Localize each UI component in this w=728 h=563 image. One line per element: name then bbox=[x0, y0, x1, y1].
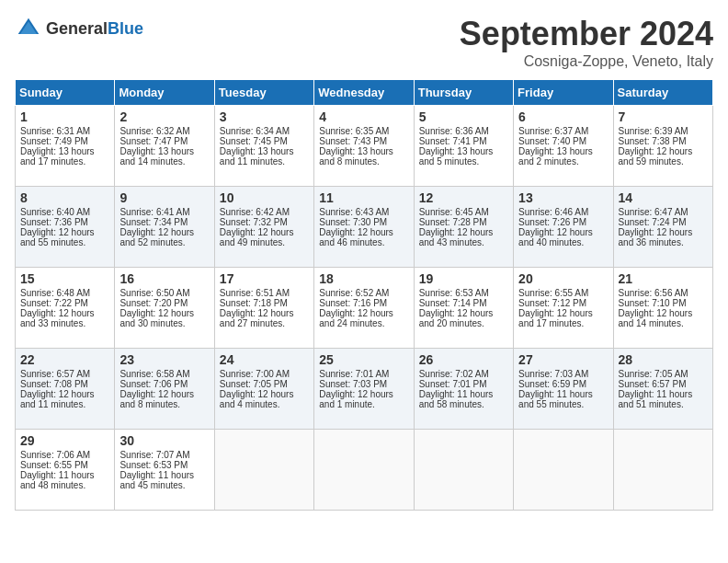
calendar-cell bbox=[314, 430, 414, 511]
sunrise-text: Sunrise: 6:32 AM bbox=[119, 126, 209, 136]
week-row-1: 1Sunrise: 6:31 AMSunset: 7:49 PMDaylight… bbox=[16, 106, 713, 187]
daylight-text: Daylight: 12 hours and 55 minutes. bbox=[20, 227, 109, 247]
sunset-text: Sunset: 6:59 PM bbox=[518, 379, 608, 389]
daylight-text: Daylight: 13 hours and 11 minutes. bbox=[220, 146, 309, 167]
sunrise-text: Sunrise: 6:43 AM bbox=[319, 207, 408, 217]
day-number: 19 bbox=[419, 271, 508, 286]
day-number: 25 bbox=[319, 352, 408, 367]
day-number: 8 bbox=[20, 190, 109, 205]
sunset-text: Sunset: 7:05 PM bbox=[220, 379, 309, 389]
day-number: 17 bbox=[220, 271, 309, 286]
sunset-text: Sunset: 6:53 PM bbox=[119, 460, 209, 470]
logo-blue-text: Blue bbox=[108, 19, 143, 38]
daylight-text: Daylight: 12 hours and 49 minutes. bbox=[220, 227, 309, 247]
sunset-text: Sunset: 7:26 PM bbox=[518, 217, 608, 227]
day-number: 4 bbox=[319, 109, 408, 124]
logo: GeneralBlue bbox=[15, 15, 143, 42]
day-number: 11 bbox=[319, 190, 408, 205]
daylight-text: Daylight: 12 hours and 30 minutes. bbox=[119, 308, 209, 328]
sunset-text: Sunset: 7:34 PM bbox=[119, 217, 209, 227]
calendar-cell: 12Sunrise: 6:45 AMSunset: 7:28 PMDayligh… bbox=[414, 187, 513, 268]
calendar-cell: 15Sunrise: 6:48 AMSunset: 7:22 PMDayligh… bbox=[16, 268, 115, 349]
sunset-text: Sunset: 7:41 PM bbox=[419, 136, 508, 146]
calendar-cell: 4Sunrise: 6:35 AMSunset: 7:43 PMDaylight… bbox=[314, 106, 414, 187]
calendar-cell: 10Sunrise: 6:42 AMSunset: 7:32 PMDayligh… bbox=[214, 187, 313, 268]
sunset-text: Sunset: 7:16 PM bbox=[319, 298, 408, 308]
calendar-table: SundayMondayTuesdayWednesdayThursdayFrid… bbox=[15, 79, 713, 511]
weekday-header-thursday: Thursday bbox=[414, 80, 513, 106]
sunset-text: Sunset: 6:55 PM bbox=[20, 460, 109, 470]
calendar-cell: 1Sunrise: 6:31 AMSunset: 7:49 PMDaylight… bbox=[16, 106, 115, 187]
daylight-text: Daylight: 11 hours and 51 minutes. bbox=[619, 389, 708, 409]
week-row-4: 22Sunrise: 6:57 AMSunset: 7:08 PMDayligh… bbox=[16, 349, 713, 430]
day-number: 3 bbox=[220, 109, 309, 124]
daylight-text: Daylight: 13 hours and 14 minutes. bbox=[119, 146, 209, 167]
sunset-text: Sunset: 7:45 PM bbox=[220, 136, 309, 146]
location-title: Cosniga-Zoppe, Veneto, Italy bbox=[460, 53, 713, 70]
sunrise-text: Sunrise: 6:37 AM bbox=[518, 126, 608, 136]
sunset-text: Sunset: 7:08 PM bbox=[20, 379, 109, 389]
daylight-text: Daylight: 12 hours and 36 minutes. bbox=[619, 227, 708, 247]
sunrise-text: Sunrise: 6:40 AM bbox=[20, 207, 109, 217]
sunset-text: Sunset: 7:12 PM bbox=[518, 298, 608, 308]
calendar-cell: 3Sunrise: 6:34 AMSunset: 7:45 PMDaylight… bbox=[214, 106, 313, 187]
daylight-text: Daylight: 12 hours and 43 minutes. bbox=[419, 227, 508, 247]
day-number: 24 bbox=[220, 352, 309, 367]
sunrise-text: Sunrise: 6:52 AM bbox=[319, 288, 408, 298]
sunrise-text: Sunrise: 6:31 AM bbox=[20, 126, 109, 136]
day-number: 28 bbox=[619, 352, 708, 367]
sunrise-text: Sunrise: 6:46 AM bbox=[518, 207, 608, 217]
sunset-text: Sunset: 7:43 PM bbox=[319, 136, 408, 146]
day-number: 20 bbox=[518, 271, 608, 286]
sunset-text: Sunset: 7:28 PM bbox=[419, 217, 508, 227]
daylight-text: Daylight: 12 hours and 17 minutes. bbox=[518, 308, 608, 328]
sunset-text: Sunset: 6:57 PM bbox=[619, 379, 708, 389]
logo-general-text: General bbox=[46, 19, 108, 38]
sunrise-text: Sunrise: 6:58 AM bbox=[119, 369, 209, 379]
daylight-text: Daylight: 12 hours and 46 minutes. bbox=[319, 227, 408, 247]
day-number: 14 bbox=[619, 190, 708, 205]
sunrise-text: Sunrise: 6:39 AM bbox=[619, 126, 708, 136]
day-number: 7 bbox=[619, 109, 708, 124]
calendar-cell: 8Sunrise: 6:40 AMSunset: 7:36 PMDaylight… bbox=[16, 187, 115, 268]
calendar-body: 1Sunrise: 6:31 AMSunset: 7:49 PMDaylight… bbox=[16, 106, 713, 511]
calendar-cell bbox=[514, 430, 613, 511]
title-area: September 2024 Cosniga-Zoppe, Veneto, It… bbox=[460, 15, 713, 70]
daylight-text: Daylight: 13 hours and 8 minutes. bbox=[319, 146, 408, 167]
daylight-text: Daylight: 12 hours and 24 minutes. bbox=[319, 308, 408, 328]
sunrise-text: Sunrise: 6:51 AM bbox=[220, 288, 309, 298]
calendar-cell: 9Sunrise: 6:41 AMSunset: 7:34 PMDaylight… bbox=[115, 187, 214, 268]
calendar-cell: 24Sunrise: 7:00 AMSunset: 7:05 PMDayligh… bbox=[214, 349, 313, 430]
sunset-text: Sunset: 7:24 PM bbox=[619, 217, 708, 227]
sunrise-text: Sunrise: 6:45 AM bbox=[419, 207, 508, 217]
sunrise-text: Sunrise: 7:07 AM bbox=[119, 450, 209, 460]
week-row-3: 15Sunrise: 6:48 AMSunset: 7:22 PMDayligh… bbox=[16, 268, 713, 349]
sunset-text: Sunset: 7:14 PM bbox=[419, 298, 508, 308]
sunset-text: Sunset: 7:38 PM bbox=[619, 136, 708, 146]
daylight-text: Daylight: 11 hours and 58 minutes. bbox=[419, 389, 508, 409]
sunset-text: Sunset: 7:03 PM bbox=[319, 379, 408, 389]
weekday-header-tuesday: Tuesday bbox=[214, 80, 313, 106]
sunrise-text: Sunrise: 7:01 AM bbox=[319, 369, 408, 379]
daylight-text: Daylight: 12 hours and 27 minutes. bbox=[220, 308, 309, 328]
daylight-text: Daylight: 13 hours and 5 minutes. bbox=[419, 146, 508, 167]
sunrise-text: Sunrise: 7:03 AM bbox=[518, 369, 608, 379]
day-number: 18 bbox=[319, 271, 408, 286]
sunrise-text: Sunrise: 6:47 AM bbox=[619, 207, 708, 217]
header: GeneralBlue September 2024 Cosniga-Zoppe… bbox=[15, 15, 713, 70]
calendar-cell: 14Sunrise: 6:47 AMSunset: 7:24 PMDayligh… bbox=[613, 187, 712, 268]
sunrise-text: Sunrise: 6:42 AM bbox=[220, 207, 309, 217]
day-number: 22 bbox=[20, 352, 109, 367]
daylight-text: Daylight: 12 hours and 40 minutes. bbox=[518, 227, 608, 247]
weekday-header-monday: Monday bbox=[115, 80, 214, 106]
sunset-text: Sunset: 7:49 PM bbox=[20, 136, 109, 146]
sunrise-text: Sunrise: 6:35 AM bbox=[319, 126, 408, 136]
sunrise-text: Sunrise: 6:53 AM bbox=[419, 288, 508, 298]
sunset-text: Sunset: 7:01 PM bbox=[419, 379, 508, 389]
daylight-text: Daylight: 12 hours and 11 minutes. bbox=[20, 389, 109, 409]
calendar-cell: 27Sunrise: 7:03 AMSunset: 6:59 PMDayligh… bbox=[514, 349, 613, 430]
weekday-header-wednesday: Wednesday bbox=[314, 80, 414, 106]
sunset-text: Sunset: 7:22 PM bbox=[20, 298, 109, 308]
calendar-cell: 17Sunrise: 6:51 AMSunset: 7:18 PMDayligh… bbox=[214, 268, 313, 349]
day-number: 27 bbox=[518, 352, 608, 367]
